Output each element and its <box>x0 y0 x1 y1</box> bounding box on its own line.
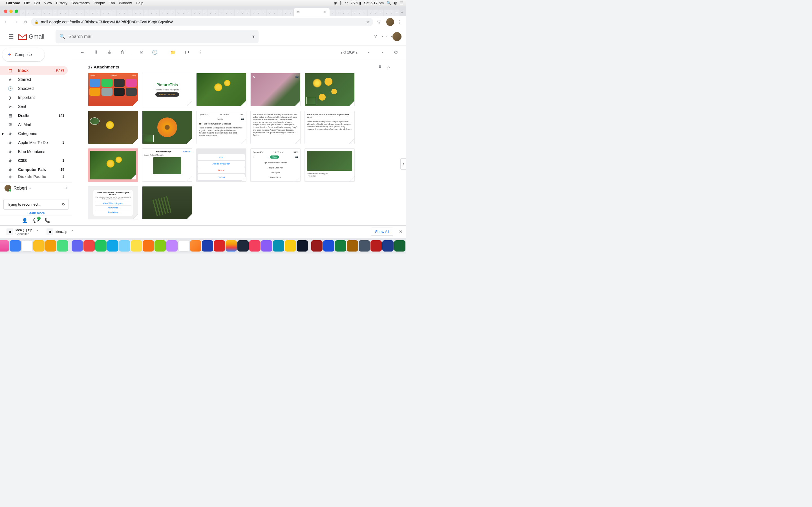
bookmark-star-icon[interactable]: ☆ <box>366 20 370 24</box>
attachment-thumbnail[interactable]: Optus9:54 am57% <box>88 73 138 106</box>
battery-status[interactable]: 75% ▮ <box>351 1 361 5</box>
mark-unread-button[interactable]: ✉ <box>136 47 147 58</box>
pinned-tab[interactable]: ▫ <box>90 10 95 16</box>
attachment-thumbnail[interactable] <box>305 73 355 106</box>
support-icon[interactable]: ? <box>370 31 381 42</box>
sidebar-item-starred[interactable]: ★Starred <box>0 75 68 84</box>
pinned-tab[interactable]: ▫ <box>133 10 138 16</box>
gmail-logo[interactable]: Gmail <box>18 33 44 40</box>
pinned-tab[interactable]: ▫ <box>256 10 261 16</box>
download-all-icon[interactable]: ⬇ <box>378 64 382 69</box>
next-message-button[interactable]: › <box>377 47 388 58</box>
dock-app-icon[interactable] <box>10 240 21 251</box>
sidebar-item-inbox[interactable]: ▢ Inbox 9,479 <box>0 66 68 75</box>
menu-tab[interactable]: Tab <box>109 1 115 5</box>
close-window-button[interactable] <box>4 10 7 13</box>
pinned-tab[interactable]: ▫ <box>229 10 234 16</box>
pinned-tab[interactable]: ▫ <box>111 10 116 16</box>
pinned-tab[interactable]: ▫ <box>175 10 181 16</box>
attachment-thumbnail[interactable]: Optus 4G10:22 am34% ‹Menu📷 Tips from Gar… <box>250 149 301 182</box>
pinned-tab[interactable]: ▫ <box>106 10 111 16</box>
pinned-tab[interactable]: ▫ <box>235 10 240 16</box>
menu-bookmarks[interactable]: Bookmarks <box>71 1 90 5</box>
attachment-thumbnail[interactable]: PictureThis Instantly identify your plan… <box>142 73 192 106</box>
menu-history[interactable]: History <box>56 1 67 5</box>
attachment-thumbnail[interactable]: New iMessageCancel Laura Robert Metcalfe <box>142 149 192 182</box>
pinned-tab[interactable]: ▫ <box>336 10 341 16</box>
pinned-tab[interactable]: ▫ <box>395 10 400 16</box>
pinned-tab[interactable]: ▫ <box>272 10 277 16</box>
menu-window[interactable]: Window <box>119 1 132 5</box>
dock-app-icon[interactable] <box>154 240 166 251</box>
dock-app-icon[interactable] <box>335 240 346 251</box>
google-apps-icon[interactable]: ⋮⋮⋮ <box>381 31 393 42</box>
search-box[interactable]: 🔍 ▾ <box>56 30 259 43</box>
pinned-tab[interactable]: ▫ <box>47 10 52 16</box>
dock-app-icon[interactable] <box>45 240 56 251</box>
pinned-tab[interactable]: ▫ <box>330 10 335 16</box>
new-tab-button[interactable]: + <box>400 8 404 16</box>
sidebar-item-label[interactable]: ⬗Apple Mail To Do1 <box>0 138 68 147</box>
minimize-window-button[interactable] <box>9 10 13 13</box>
pinned-tab[interactable]: ▫ <box>63 10 68 16</box>
dock-app-icon[interactable] <box>178 240 190 251</box>
pinned-tab[interactable]: ▫ <box>346 10 351 16</box>
sidebar-item-sent[interactable]: ➤Sent <box>0 102 68 111</box>
dock-app-icon[interactable] <box>21 240 33 251</box>
dock-app-icon[interactable] <box>190 240 201 251</box>
dock-app-icon[interactable] <box>71 240 83 251</box>
pinned-tab[interactable]: ▫ <box>240 10 245 16</box>
hangouts-chat-icon[interactable]: 💬1 <box>33 218 39 223</box>
pinned-tab[interactable]: ▫ <box>181 10 186 16</box>
save-to-drive-icon[interactable]: △ <box>387 64 390 69</box>
pinned-tab[interactable]: ▫ <box>384 10 389 16</box>
pinned-tab[interactable]: ▫ <box>378 10 384 16</box>
pinned-tab[interactable]: ▫ <box>341 10 346 16</box>
clock[interactable]: Sat 5:17 pm <box>364 1 384 5</box>
dock-app-icon[interactable] <box>107 240 118 251</box>
attachment-thumbnail[interactable] <box>88 149 138 182</box>
pinned-tab[interactable]: ▫ <box>170 10 175 16</box>
pinned-tab[interactable]: ▫ <box>288 10 293 16</box>
pinned-tab[interactable]: ▫ <box>261 10 266 16</box>
move-to-button[interactable]: 📁 <box>167 47 179 58</box>
pinned-tab[interactable]: ▫ <box>267 10 272 16</box>
pinned-tab[interactable]: ▫ <box>138 10 143 16</box>
dock-app-icon[interactable] <box>131 240 142 251</box>
settings-gear-icon[interactable]: ⚙ <box>390 47 402 58</box>
pinned-tab[interactable]: ▫ <box>20 10 26 16</box>
attachment-thumbnail[interactable]: Optus 4G10:20 am38% ‹Menu📷 🎓 Tips from G… <box>196 111 246 144</box>
sidebar-item-label[interactable]: ⬗Dioxide Pacific1 <box>0 174 68 179</box>
app-name[interactable]: Chrome <box>6 1 20 5</box>
menu-edit[interactable]: Edit <box>34 1 40 5</box>
dock-app-icon[interactable] <box>311 240 322 251</box>
dock-app-icon[interactable] <box>0 240 9 251</box>
sidebar-item-drafts[interactable]: ▤Drafts241 <box>0 111 68 120</box>
pinned-tab[interactable]: ▫ <box>31 10 36 16</box>
sidebar-item-label[interactable]: ⬗Blue Mountains <box>0 147 68 156</box>
dock-app-icon[interactable] <box>57 240 68 251</box>
sidebar-item-label[interactable]: ⬗C3IS1 <box>0 156 68 165</box>
download-menu-icon[interactable]: ^ <box>37 230 38 233</box>
dock-app-icon[interactable] <box>84 240 95 251</box>
labels-button[interactable]: 🏷 <box>181 47 192 58</box>
pinned-tab[interactable]: ▫ <box>251 10 256 16</box>
sidebar-item-snoozed[interactable]: 🕐Snoozed <box>0 84 68 93</box>
pinned-tab[interactable]: ▫ <box>74 10 79 16</box>
pinned-tab[interactable]: ▫ <box>277 10 283 16</box>
pinned-tab[interactable]: ▫ <box>186 10 192 16</box>
attachment-thumbnail[interactable]: Edit Add to my garden Delete Cancel <box>196 149 246 182</box>
pinned-tab[interactable]: ▫ <box>154 10 159 16</box>
pinned-tab[interactable]: ▫ <box>165 10 170 16</box>
dock-app-icon[interactable] <box>323 240 335 251</box>
dock-app-icon[interactable] <box>33 240 45 251</box>
pinned-tab[interactable]: ▫ <box>352 10 357 16</box>
pinned-tab[interactable]: ▫ <box>368 10 373 16</box>
side-panel-toggle[interactable]: ‹ <box>400 158 406 170</box>
dock-app-icon[interactable] <box>119 240 130 251</box>
bluetooth-icon[interactable]: ᛒ <box>340 1 342 5</box>
dock-app-icon[interactable] <box>273 240 284 251</box>
pinned-tab[interactable]: ▫ <box>42 10 47 16</box>
user-menu-caret-icon[interactable]: ▾ <box>29 187 31 190</box>
pinned-tab[interactable]: ▫ <box>79 10 84 16</box>
